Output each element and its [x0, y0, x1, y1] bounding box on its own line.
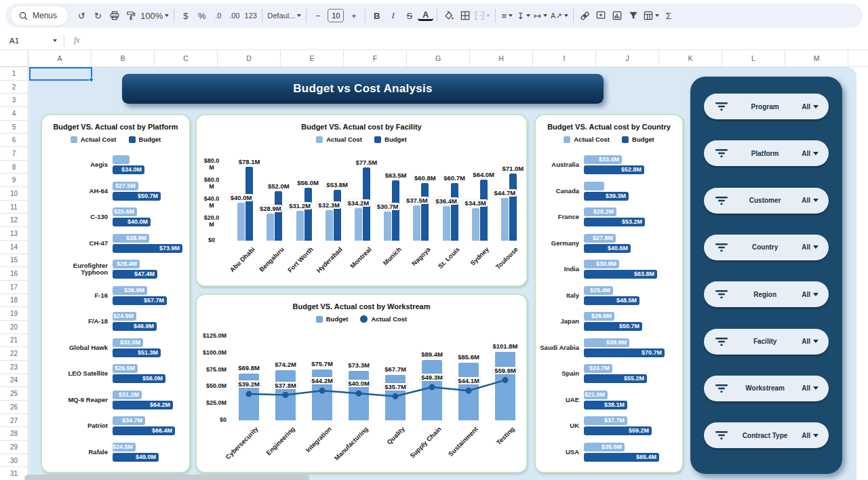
insert-link-button[interactable] — [577, 7, 593, 24]
filter-value-dropdown[interactable]: All — [802, 291, 818, 298]
filter-value-dropdown[interactable]: All — [802, 150, 818, 157]
chart-card-country[interactable]: Budget VS. Actual cost by Country Actual… — [534, 114, 684, 473]
column-header-H[interactable]: H — [470, 50, 533, 66]
column-header-D[interactable]: D — [218, 50, 281, 66]
undo-button[interactable]: ↺ — [74, 7, 90, 24]
selection-handle[interactable] — [89, 77, 94, 82]
row-header-6[interactable]: 6 — [0, 134, 28, 147]
filter-slicer-customer[interactable]: CustomerAll — [704, 188, 829, 214]
row-header-19[interactable]: 19 — [0, 307, 28, 321]
chart-card-facility[interactable]: Budget VS. Actual cost by Facility Actua… — [195, 114, 528, 287]
row-header-11[interactable]: 11 — [0, 201, 28, 214]
print-button[interactable] — [106, 7, 122, 24]
increase-decimal-button[interactable]: .00 — [226, 7, 242, 24]
horizontal-scrollbar[interactable] — [24, 475, 309, 480]
row-header-28[interactable]: 28 — [0, 427, 28, 441]
decrease-font-size-button[interactable]: − — [310, 7, 326, 24]
filter-slicer-facility[interactable]: FacilityAll — [704, 329, 829, 355]
row-header-21[interactable]: 21 — [0, 334, 28, 348]
row-header-30[interactable]: 30 — [0, 454, 28, 468]
chart-card-workstream[interactable]: Budget VS. Actual cost by Workstream Bud… — [195, 294, 528, 473]
create-filter-button[interactable] — [626, 7, 642, 24]
row-header-7[interactable]: 7 — [0, 147, 28, 161]
column-header-L[interactable]: L — [722, 50, 785, 66]
filter-value-dropdown[interactable]: All — [802, 103, 818, 111]
row-header-24[interactable]: 24 — [0, 374, 28, 388]
row-header-29[interactable]: 29 — [0, 441, 28, 454]
table-tools-button[interactable] — [642, 7, 660, 24]
format-currency-button[interactable]: $ — [178, 7, 193, 24]
more-formats-button[interactable]: 123 — [243, 7, 258, 24]
row-header-3[interactable]: 3 — [0, 94, 28, 107]
insert-chart-button[interactable] — [610, 7, 625, 24]
row-header-26[interactable]: 26 — [0, 401, 28, 414]
filter-value-dropdown[interactable]: All — [802, 338, 818, 345]
filter-slicer-contract-type[interactable]: Contract TypeAll — [704, 422, 829, 448]
column-header-J[interactable]: J — [596, 50, 659, 66]
column-header-E[interactable]: E — [281, 50, 344, 66]
text-wrap-button[interactable]: ↦ — [532, 7, 549, 24]
chart-card-platform[interactable]: Budget VS. Actual cost by Platform Actua… — [41, 114, 191, 473]
decrease-decimal-button[interactable]: .0 — [210, 7, 226, 24]
row-header-23[interactable]: 23 — [0, 361, 28, 374]
row-header-13[interactable]: 13 — [0, 227, 28, 241]
filter-value-dropdown[interactable]: All — [802, 384, 818, 392]
row-header-17[interactable]: 17 — [0, 281, 28, 294]
row-header-14[interactable]: 14 — [0, 241, 28, 254]
menus-button[interactable]: Menus — [11, 6, 68, 25]
redo-button[interactable]: ↻ — [90, 7, 106, 24]
row-header-27[interactable]: 27 — [0, 414, 28, 428]
increase-font-size-button[interactable]: + — [346, 7, 361, 24]
column-header-G[interactable]: G — [407, 50, 470, 66]
text-rotation-button[interactable]: A↗ — [549, 7, 570, 24]
filter-slicer-country[interactable]: CountryAll — [704, 235, 829, 260]
italic-button[interactable]: I — [385, 7, 401, 24]
column-header-F[interactable]: F — [344, 50, 407, 66]
column-header-I[interactable]: I — [533, 50, 596, 66]
row-header-9[interactable]: 9 — [0, 174, 28, 187]
fill-color-button[interactable] — [441, 7, 456, 24]
merge-cells-button[interactable] — [473, 7, 492, 24]
row-header-20[interactable]: 20 — [0, 321, 28, 334]
filter-value-dropdown[interactable]: All — [802, 197, 818, 204]
filter-slicer-workstream[interactable]: WorkstreamAll — [704, 376, 829, 401]
zoom-select[interactable]: 100% — [139, 7, 170, 24]
row-header-2[interactable]: 2 — [0, 81, 28, 94]
horizontal-align-button[interactable]: ≡ — [499, 7, 515, 24]
row-header-22[interactable]: 22 — [0, 347, 28, 361]
bold-button[interactable]: B — [369, 7, 384, 24]
column-header-A[interactable]: A — [28, 50, 92, 66]
row-header-12[interactable]: 12 — [0, 214, 28, 227]
row-header-1[interactable]: 1 — [0, 67, 28, 81]
row-header-31[interactable]: 31 — [0, 467, 28, 480]
filter-value-dropdown[interactable]: All — [802, 243, 818, 251]
font-select[interactable]: Defaul... — [266, 7, 302, 24]
insert-comment-button[interactable] — [593, 7, 609, 24]
filter-slicer-region[interactable]: RegionAll — [704, 281, 829, 307]
column-header-K[interactable]: K — [659, 50, 722, 66]
format-percent-button[interactable]: % — [194, 7, 210, 24]
strikethrough-button[interactable]: S — [401, 7, 417, 24]
row-header-16[interactable]: 16 — [0, 267, 28, 281]
row-header-8[interactable]: 8 — [0, 161, 28, 174]
column-header-M[interactable]: M — [785, 50, 848, 66]
row-header-10[interactable]: 10 — [0, 187, 28, 201]
paint-format-button[interactable] — [123, 7, 138, 24]
filter-value-dropdown[interactable]: All — [802, 432, 818, 439]
row-header-15[interactable]: 15 — [0, 254, 28, 268]
borders-button[interactable] — [457, 7, 473, 24]
font-size-input[interactable]: 10 — [328, 9, 344, 22]
functions-button[interactable]: Σ — [661, 7, 677, 24]
vertical-align-button[interactable]: ↧ — [515, 7, 532, 24]
filter-slicer-program[interactable]: ProgramAll — [704, 94, 829, 119]
row-header-5[interactable]: 5 — [0, 121, 28, 134]
column-header-B[interactable]: B — [92, 50, 155, 66]
name-box[interactable]: A1 — [0, 37, 57, 45]
column-header-C[interactable]: C — [155, 50, 218, 66]
select-all-corner[interactable] — [0, 50, 28, 67]
text-color-button[interactable]: A — [418, 10, 433, 21]
row-header-4[interactable]: 4 — [0, 107, 28, 121]
filter-slicer-platform[interactable]: PlatformAll — [704, 140, 829, 166]
row-header-25[interactable]: 25 — [0, 387, 28, 401]
row-header-18[interactable]: 18 — [0, 294, 28, 308]
